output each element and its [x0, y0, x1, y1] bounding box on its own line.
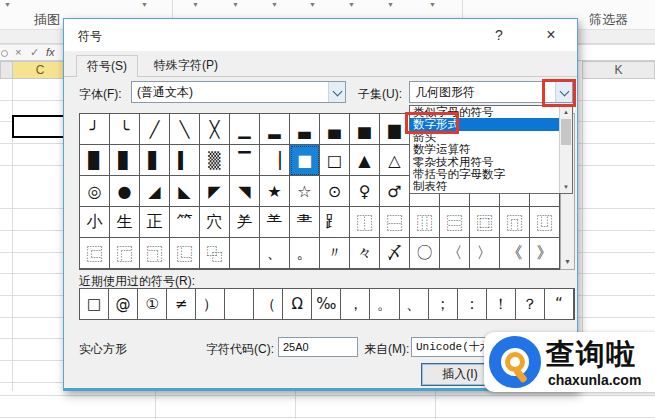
symbol-cell[interactable]: 》	[530, 238, 560, 269]
symbol-cell[interactable]: 〆	[380, 238, 410, 269]
active-cell[interactable]	[12, 115, 67, 138]
symbol-cell[interactable]: ╳	[200, 114, 230, 145]
symbol-cell[interactable]: ▔	[230, 145, 260, 176]
char-code-input[interactable]: 25A0	[278, 337, 358, 357]
recent-symbol-cell[interactable]: 、	[400, 289, 429, 319]
symbol-cell[interactable]: ⿷	[80, 238, 110, 269]
symbol-cell[interactable]: ◎	[80, 176, 110, 207]
symbol-cell[interactable]: 小	[80, 207, 110, 238]
symbol-cell[interactable]: ▕	[260, 145, 290, 176]
symbol-cell[interactable]: ■	[290, 145, 320, 176]
sheet-cells-left[interactable]	[0, 79, 63, 419]
recent-symbol-cell[interactable]: ）	[196, 289, 225, 319]
recent-symbol-cell[interactable]: ①	[138, 289, 167, 319]
symbol-cell[interactable]: ▲	[350, 145, 380, 176]
dropdown-arrow-icon[interactable]: ▼	[387, 1, 394, 8]
symbol-cell[interactable]: ♂	[380, 176, 410, 207]
symbol-cell[interactable]: ⿻	[200, 238, 230, 269]
dropdown-scrollbar[interactable]: ▲ ▼	[559, 106, 572, 193]
column-header-c[interactable]: C	[12, 61, 68, 79]
enter-icon[interactable]: ✓	[30, 46, 39, 59]
recent-symbol-cell[interactable]: ？	[516, 289, 545, 319]
dropdown-item[interactable]: 带括号的字母数字	[410, 168, 559, 180]
symbol-cell[interactable]: ◥	[230, 176, 260, 207]
symbol-cell[interactable]: ⿲	[410, 207, 440, 238]
recent-symbol-cell[interactable]: ≠	[167, 289, 196, 319]
symbol-cell[interactable]	[230, 238, 260, 269]
symbol-cell[interactable]: ╰	[110, 114, 140, 145]
formula-bar[interactable]	[578, 44, 655, 61]
help-button[interactable]: ?	[484, 25, 514, 45]
symbol-cell[interactable]: 〇	[410, 238, 440, 269]
recent-symbol-cell[interactable]: ‰	[312, 289, 341, 319]
symbol-cell[interactable]: 、	[260, 238, 290, 269]
dropdown-arrow-icon[interactable]: ▼	[271, 1, 278, 8]
dropdown-arrow-icon[interactable]: ▼	[192, 1, 199, 8]
symbol-cell[interactable]: ⿴	[470, 207, 500, 238]
symbol-cell[interactable]: ⿸	[110, 238, 140, 269]
sheet-cells-bottom[interactable]	[0, 391, 655, 419]
symbol-cell[interactable]: 生	[110, 207, 140, 238]
symbol-cell[interactable]: ▂	[260, 114, 290, 145]
symbol-cell[interactable]: 《	[500, 238, 530, 269]
recent-symbol-cell[interactable]: “	[545, 289, 574, 319]
symbol-cell[interactable]: ⿶	[530, 207, 560, 238]
symbol-cell[interactable]: 〈	[440, 238, 470, 269]
ribbon-group-filter[interactable]: 筛选器	[589, 11, 628, 29]
symbol-cell[interactable]: ◤	[200, 176, 230, 207]
symbol-cell[interactable]: ●	[110, 176, 140, 207]
symbol-cell[interactable]: ╲	[170, 114, 200, 145]
column-header-k[interactable]: K	[582, 61, 655, 79]
symbol-cell[interactable]: ⿰	[350, 207, 380, 238]
symbol-cell[interactable]: ★	[260, 176, 290, 207]
symbol-cell[interactable]: 〃	[320, 238, 350, 269]
symbol-cell[interactable]: ⺷	[260, 207, 290, 238]
symbol-cell[interactable]: ♀	[350, 176, 380, 207]
symbol-cell[interactable]: 〉	[470, 238, 500, 269]
symbol-cell[interactable]: ▃	[290, 114, 320, 145]
symbol-cell[interactable]: ⿺	[170, 238, 200, 269]
recent-symbol-cell[interactable]: ！	[487, 289, 516, 319]
recent-symbol-cell[interactable]: @	[109, 289, 138, 319]
recent-symbol-cell[interactable]: ；	[429, 289, 458, 319]
symbol-cell[interactable]: ◣	[170, 176, 200, 207]
scroll-down-icon[interactable]: ▼	[561, 254, 574, 269]
symbol-cell[interactable]: ☆	[290, 176, 320, 207]
symbol-cell[interactable]: 正	[140, 207, 170, 238]
symbol-cell[interactable]: 。	[290, 238, 320, 269]
symbol-cell[interactable]: △	[380, 145, 410, 176]
symbol-cell[interactable]: □	[320, 145, 350, 176]
recent-symbol-cell[interactable]: ，	[341, 289, 370, 319]
symbol-cell[interactable]: ⺮	[170, 207, 200, 238]
close-button[interactable]: ×	[536, 25, 566, 45]
tab-special-characters[interactable]: 特殊字符(P)	[144, 55, 228, 77]
scrollbar-thumb[interactable]	[561, 119, 571, 145]
recent-symbol-cell[interactable]: □	[80, 289, 109, 319]
ribbon-group-illustrations[interactable]: 插图	[34, 11, 60, 29]
recent-symbol-cell[interactable]: Ω	[283, 289, 312, 319]
symbol-cell[interactable]: ◢	[140, 176, 170, 207]
symbol-cell[interactable]: 々	[350, 238, 380, 269]
symbol-cell[interactable]: ╯	[80, 114, 110, 145]
dropdown-arrow-icon[interactable]: ▼	[348, 1, 355, 8]
recent-symbol-cell[interactable]: ：	[458, 289, 487, 319]
symbol-cell[interactable]: ⊙	[320, 176, 350, 207]
symbol-cell[interactable]: ⿱	[380, 207, 410, 238]
symbol-cell[interactable]: ▁	[230, 114, 260, 145]
symbol-cell[interactable]: ⿳	[440, 207, 470, 238]
chevron-down-icon[interactable]	[328, 82, 345, 102]
symbol-cell[interactable]: ▄	[320, 114, 350, 145]
dropdown-arrow-icon[interactable]: ▼	[4, 1, 11, 8]
symbol-cell[interactable]: ▒	[200, 145, 230, 176]
dropdown-arrow-icon[interactable]: ▼	[232, 1, 239, 8]
symbol-cell[interactable]: ⺶	[230, 207, 260, 238]
recent-symbol-cell[interactable]	[225, 289, 254, 319]
dropdown-arrow-icon[interactable]: ▼	[429, 1, 436, 8]
symbol-cell[interactable]: 穴	[200, 207, 230, 238]
cancel-icon[interactable]: ×	[15, 46, 21, 58]
symbol-cell[interactable]: ▋	[140, 145, 170, 176]
dropdown-item[interactable]: 零杂技术用符号	[410, 156, 559, 168]
fx-icon[interactable]: fx	[46, 46, 55, 58]
symbol-cell[interactable]: ▅	[350, 114, 380, 145]
symbol-cell[interactable]: ⺻	[290, 207, 320, 238]
